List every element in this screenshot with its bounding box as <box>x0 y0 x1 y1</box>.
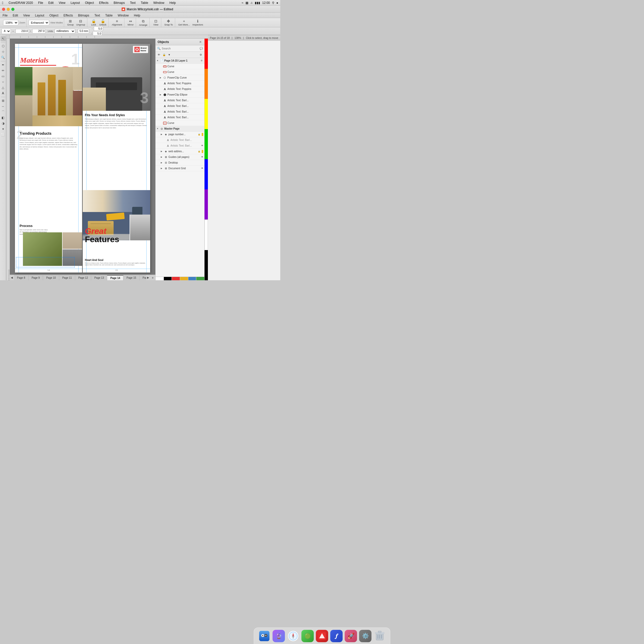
tab-page8[interactable]: Page 8 <box>14 275 29 280</box>
vert-swatch-red[interactable] <box>205 39 208 69</box>
lock-button[interactable]: 🔒 Lock <box>89 19 98 27</box>
unit-size-input[interactable] <box>78 29 89 33</box>
vert-swatch-black[interactable] <box>205 250 208 280</box>
zoom-tool-left[interactable]: 🔍 <box>1 55 6 60</box>
crop-tool[interactable]: ⊹ <box>1 49 6 54</box>
group-button[interactable]: ⊞ Group <box>66 19 75 27</box>
shape-tool[interactable]: ⬡ <box>1 44 6 49</box>
snap-button[interactable]: ✤ Snap To <box>163 19 174 27</box>
menu-app[interactable]: CorelDRAW 2020 <box>7 1 34 5</box>
width-input[interactable] <box>15 29 29 33</box>
zoom-select[interactable]: 138% 100% 50% <box>3 20 18 26</box>
smartdraw-tool[interactable]: ✏ <box>1 68 6 73</box>
height-input[interactable] <box>32 29 46 33</box>
settings-btn[interactable]: ⚙ <box>199 53 203 57</box>
swatch-green[interactable] <box>196 277 204 280</box>
menu-bitmaps[interactable]: Bitmaps <box>113 1 126 5</box>
apple-menu[interactable]:  <box>2 1 3 5</box>
table-tool[interactable]: ⊞ <box>1 98 6 103</box>
text-tool[interactable]: A <box>1 91 6 96</box>
page-tab-next[interactable]: ▶ <box>146 276 150 280</box>
vert-swatch-yellow[interactable] <box>205 99 208 129</box>
connector-tool[interactable]: ⌒ <box>1 109 6 115</box>
menu-view[interactable]: View <box>58 1 66 5</box>
master-expand[interactable]: ▼ <box>157 128 159 130</box>
tab-page12[interactable]: Page 12 <box>75 275 91 280</box>
tab-page15[interactable]: Page 15 <box>123 275 139 280</box>
swatch-blue[interactable] <box>188 277 197 280</box>
grid-eye[interactable]: 👁 <box>201 167 203 170</box>
panel-close-button[interactable]: ✕ <box>199 40 202 44</box>
page-size-select[interactable]: A4 <box>2 28 11 34</box>
get-more-button[interactable]: + Get More... <box>177 19 191 27</box>
obj-master-text-1[interactable]: A Artistic Text: Barl... <box>156 137 204 143</box>
eyedropper-tool[interactable]: ✦ <box>1 126 6 132</box>
menu-item-bitmaps[interactable]: Bitmaps <box>78 14 90 17</box>
tab-page16[interactable]: Page 16 <box>140 275 146 280</box>
expand-all-btn[interactable]: ▼ <box>167 53 172 57</box>
vert-swatch-blue[interactable] <box>205 159 208 189</box>
siri-icon[interactable]: ● <box>276 1 278 5</box>
transparency-tool[interactable]: ◑ <box>1 121 6 126</box>
menu-window[interactable]: Window <box>152 1 165 5</box>
obj-curve-2[interactable]: Curve <box>156 69 204 75</box>
menu-layout[interactable]: Layout <box>70 1 81 5</box>
mirror-button[interactable]: ⇔ Mirror <box>126 19 135 27</box>
vert-swatch-orange[interactable] <box>205 69 208 99</box>
arrange-button[interactable]: ⧉ Arrange <box>138 19 148 27</box>
eye-icon[interactable]: 👁 <box>201 145 203 147</box>
menu-item-window[interactable]: Window <box>117 14 129 17</box>
obj-document-grid[interactable]: ▶ ⊞ Document Grid 👁 <box>156 166 204 171</box>
obj-master-text-2[interactable]: A Artistic Text: Barl... 👁 <box>156 143 204 149</box>
obj-text-poppins-1[interactable]: A Artistic Text: Poppins <box>156 81 204 86</box>
menu-item-text[interactable]: Text <box>94 14 100 17</box>
obj-web-address[interactable]: ▶ ◈ web addres... 🔒 <box>156 149 204 154</box>
vert-swatch-purple[interactable] <box>205 189 208 219</box>
grid-expand[interactable]: ▶ <box>161 167 163 170</box>
obj-text-barl-4[interactable]: A Artistic Text: Barl... <box>156 115 204 120</box>
obj-text-poppins-2[interactable]: A Artistic Text: Poppins <box>156 86 204 92</box>
menu-item-file[interactable]: File <box>2 14 8 17</box>
menu-object[interactable]: Object <box>84 1 95 5</box>
swatch-yellow[interactable] <box>180 277 188 280</box>
tab-page11[interactable]: Page 11 <box>59 275 75 280</box>
unlock-button[interactable]: 🔓 Unlock <box>98 19 107 27</box>
search-icon[interactable]: ⚲ <box>272 1 274 5</box>
menu-file[interactable]: File <box>37 1 44 5</box>
obj-curve-1[interactable]: Curve <box>156 64 204 69</box>
minimize-button[interactable]: − <box>7 8 10 11</box>
page-tab-prev[interactable]: ◀ <box>10 276 14 280</box>
guides-eye[interactable]: 👁 <box>201 156 203 158</box>
tab-page9[interactable]: Page 9 <box>29 275 43 280</box>
menu-effects[interactable]: Effects <box>98 1 109 5</box>
search-input[interactable] <box>162 46 199 50</box>
swatch-red[interactable] <box>172 277 180 280</box>
close-button[interactable]: × <box>2 8 5 11</box>
menu-help[interactable]: Help <box>168 1 177 5</box>
menu-text[interactable]: Text <box>129 1 137 5</box>
maximize-button[interactable]: + <box>11 8 14 11</box>
chat-icon[interactable]: 💬 <box>200 47 203 50</box>
obj-powerclip-curve[interactable]: ▶ ⬡ PowerClip Curve <box>156 75 204 81</box>
tab-page10[interactable]: Page 10 <box>43 275 59 280</box>
lock-all-btn[interactable]: 🔒 <box>162 53 166 57</box>
fill-tool[interactable]: ⬜ <box>1 132 6 137</box>
swatch-black[interactable] <box>164 277 172 280</box>
vert-swatch-green[interactable] <box>205 129 208 159</box>
menu-item-edit[interactable]: Edit <box>12 14 19 17</box>
tab-page14[interactable]: Page 14 <box>107 275 123 280</box>
menu-item-effects[interactable]: Effects <box>63 14 73 17</box>
web-expand[interactable]: ▶ <box>161 150 163 152</box>
menu-table[interactable]: Table <box>140 1 149 5</box>
rectangle-tool[interactable]: ▭ <box>1 74 6 79</box>
pn-expand[interactable]: ▶ <box>161 133 163 135</box>
swatch-white[interactable] <box>156 277 164 280</box>
units-select[interactable]: millimeters inches pixels <box>55 29 75 33</box>
master-page-header[interactable]: ▼ ◇ Master Page <box>156 126 204 132</box>
menu-item-layout[interactable]: Layout <box>35 14 45 17</box>
obj-text-barl-1[interactable]: A Artistic Text: Barl... <box>156 98 204 103</box>
page-tab-add[interactable]: + <box>150 275 155 280</box>
layer-expand-icon[interactable]: ▼ <box>157 60 159 62</box>
alignment-button[interactable]: ≡ Alignment <box>111 19 123 27</box>
x-nudge-input[interactable] <box>94 26 103 31</box>
